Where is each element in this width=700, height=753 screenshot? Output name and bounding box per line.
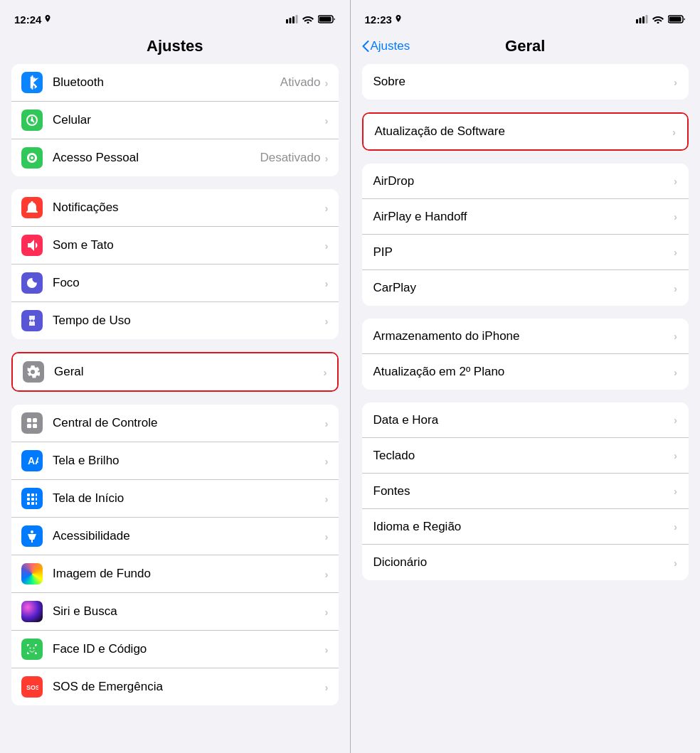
siri-busca-label: Siri e Busca	[53, 604, 325, 619]
svg-text:SOS: SOS	[26, 684, 38, 691]
svg-rect-8	[27, 418, 31, 422]
pip-item[interactable]: PIP ›	[362, 235, 689, 270]
imagem-fundo-item[interactable]: Imagem de Fundo ›	[11, 555, 339, 593]
data-hora-item[interactable]: Data e Hora ›	[362, 402, 689, 438]
fontes-item[interactable]: Fontes ›	[362, 474, 689, 509]
back-chevron-icon	[362, 41, 369, 52]
display-icon: AA	[21, 450, 43, 471]
dicionario-chevron: ›	[674, 557, 677, 569]
bluetooth-item[interactable]: Bluetooth Ativado ›	[11, 64, 339, 102]
data-hora-label: Data e Hora	[373, 413, 674, 427]
geral-item[interactable]: Geral ›	[13, 353, 337, 390]
airdrop-label: AirDrop	[373, 174, 674, 188]
accessibility-icon	[21, 525, 43, 547]
som-tato-item[interactable]: Som e Tato ›	[11, 227, 339, 265]
acesso-pessoal-item[interactable]: Acesso Pessoal Desativado ›	[11, 139, 339, 176]
notificacoes-item[interactable]: Notificações ›	[11, 189, 339, 227]
faceid-icon	[21, 639, 43, 660]
airdrop-item[interactable]: AirDrop ›	[362, 164, 689, 199]
location-icon	[44, 15, 51, 23]
top-group: Sobre ›	[362, 64, 689, 100]
acesso-pessoal-chevron: ›	[325, 152, 329, 164]
tela-brilho-item[interactable]: AA Tela e Brilho ›	[11, 442, 339, 480]
svg-rect-30	[36, 652, 37, 654]
svg-point-22	[31, 530, 33, 533]
carplay-item[interactable]: CarPlay ›	[362, 270, 689, 306]
atualizacao-plano-item[interactable]: Atualização em 2º Plano ›	[362, 354, 689, 390]
sobre-item[interactable]: Sobre ›	[362, 64, 689, 100]
svg-rect-34	[636, 19, 638, 23]
central-controle-item[interactable]: Central de Controle ›	[11, 405, 339, 442]
armazenamento-label: Armazenamento do iPhone	[373, 329, 674, 343]
face-id-chevron: ›	[325, 643, 329, 656]
carplay-chevron: ›	[674, 282, 677, 294]
wireless-section: AirDrop › AirPlay e Handoff › PIP › CarP…	[362, 164, 689, 306]
svg-rect-9	[33, 418, 37, 422]
atualizacao-software-label: Atualização de Software	[375, 124, 673, 139]
carplay-label: CarPlay	[373, 281, 674, 295]
left-settings-content[interactable]: Bluetooth Ativado › Celular › A	[0, 64, 350, 753]
tempo-uso-item[interactable]: Tempo de Uso ›	[11, 302, 339, 339]
celular-icon	[21, 110, 43, 131]
connectivity-section: Bluetooth Ativado › Celular › A	[11, 64, 339, 176]
bluetooth-chevron: ›	[325, 77, 329, 89]
celular-chevron: ›	[325, 114, 329, 127]
teclado-item[interactable]: Teclado ›	[362, 438, 689, 474]
back-button[interactable]: Ajustes	[362, 39, 410, 53]
atualizacao-software-chevron: ›	[672, 126, 676, 138]
atualizacao-plano-label: Atualização em 2º Plano	[373, 365, 674, 379]
svg-point-7	[31, 119, 33, 122]
sobre-chevron: ›	[674, 76, 677, 88]
geral-highlighted-section: Geral ›	[11, 352, 339, 392]
fontes-chevron: ›	[674, 485, 677, 497]
right-location-icon	[395, 15, 402, 23]
system-group: Notificações › Som e Tato › Foco ›	[11, 189, 339, 339]
svg-rect-16	[27, 498, 30, 501]
sos-label: SOS de Emergência	[53, 680, 325, 694]
face-id-item[interactable]: Face ID e Código ›	[11, 631, 339, 668]
left-nav-title: Ajustes	[147, 37, 203, 55]
celular-item[interactable]: Celular ›	[11, 102, 339, 139]
notificacoes-chevron: ›	[325, 202, 329, 214]
hotspot-icon	[21, 147, 43, 169]
acessibilidade-item[interactable]: Acessibilidade ›	[11, 518, 339, 555]
som-tato-chevron: ›	[325, 240, 329, 252]
atualizacao-highlighted-section: Atualização de Software ›	[362, 112, 689, 151]
face-id-label: Face ID e Código	[53, 642, 325, 656]
foco-item[interactable]: Foco ›	[11, 265, 339, 302]
idioma-regiao-chevron: ›	[674, 520, 677, 533]
atualizacao-software-item[interactable]: Atualização de Software ›	[364, 114, 688, 149]
locale-group: Data e Hora › Teclado › Fontes › Idioma …	[362, 402, 689, 580]
storage-section: Armazenamento do iPhone › Atualização em…	[362, 319, 689, 390]
tela-inicio-item[interactable]: Tela de Início ›	[11, 480, 339, 518]
svg-rect-10	[27, 424, 31, 428]
wireless-group: AirDrop › AirPlay e Handoff › PIP › CarP…	[362, 164, 689, 306]
armazenamento-item[interactable]: Armazenamento do iPhone ›	[362, 319, 689, 354]
system-section: Notificações › Som e Tato › Foco ›	[11, 189, 339, 339]
sos-item[interactable]: SOS SOS de Emergência ›	[11, 668, 339, 705]
dicionario-item[interactable]: Dicionário ›	[362, 545, 689, 580]
right-nav-title: Geral	[505, 37, 545, 55]
idioma-regiao-item[interactable]: Idioma e Região ›	[362, 509, 689, 545]
tela-brilho-label: Tela e Brilho	[53, 454, 325, 468]
homescreen-icon	[21, 488, 43, 509]
sos-chevron: ›	[325, 681, 329, 693]
dicionario-label: Dicionário	[373, 555, 674, 570]
airplay-handoff-label: AirPlay e Handoff	[373, 210, 674, 224]
locale-section: Data e Hora › Teclado › Fontes › Idioma …	[362, 402, 689, 580]
sos-icon: SOS	[21, 676, 43, 698]
bluetooth-icon	[21, 72, 43, 93]
tela-brilho-chevron: ›	[325, 455, 329, 467]
geral-label: Geral	[54, 365, 324, 379]
right-settings-content[interactable]: Sobre › Atualização de Software › AirDro…	[351, 64, 701, 753]
left-status-icons	[286, 15, 336, 23]
more-group: Central de Controle › AA Tela e Brilho ›…	[11, 405, 339, 705]
svg-point-31	[30, 648, 31, 649]
right-signal-icon	[636, 15, 648, 23]
siri-busca-item[interactable]: Siri e Busca ›	[11, 593, 339, 631]
right-status-icons	[636, 15, 686, 23]
pip-label: PIP	[373, 245, 674, 260]
airplay-handoff-item[interactable]: AirPlay e Handoff ›	[362, 199, 689, 235]
sound-icon	[21, 235, 43, 256]
left-time: 12:24	[14, 14, 51, 26]
